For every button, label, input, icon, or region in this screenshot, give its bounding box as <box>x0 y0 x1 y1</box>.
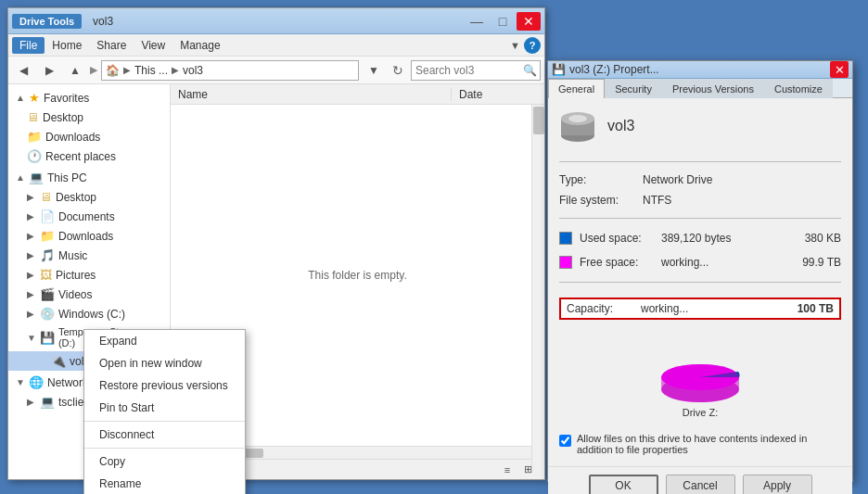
minimize-button[interactable]: — <box>465 12 489 31</box>
context-menu: Expand Open in new window Restore previo… <box>83 329 246 494</box>
folder-icon: 🕐 <box>27 149 42 163</box>
svg-point-3 <box>568 115 587 122</box>
sidebar-item-documents[interactable]: ▶ 📄 Documents <box>8 207 170 226</box>
list-view-button[interactable]: ≡ <box>498 462 517 478</box>
ctx-separator-2 <box>84 448 245 449</box>
free-label: Free space: <box>580 256 654 269</box>
sidebar-item-downloads[interactable]: 📁 Downloads <box>8 127 170 146</box>
checkbox-label: Allow files on this drive to have conten… <box>577 433 841 455</box>
sidebar-favorites-header[interactable]: ▲ ★ Favorites <box>8 88 170 108</box>
drive-icon: 💿 <box>40 307 55 321</box>
window-controls: — □ ✕ <box>465 12 541 31</box>
drive-name: vol3 <box>607 118 634 134</box>
column-header: Name Date <box>171 84 544 105</box>
ctx-expand[interactable]: Expand <box>84 330 245 352</box>
sidebar-item-videos[interactable]: ▶ 🎬 Videos <box>8 285 170 304</box>
up-button[interactable]: ▲ <box>64 60 86 81</box>
search-icon: 🔍 <box>523 64 537 77</box>
menu-manage[interactable]: Manage <box>172 37 227 54</box>
tab-general[interactable]: General <box>548 79 605 98</box>
apply-button[interactable]: Apply <box>743 475 812 494</box>
close-button[interactable]: ✕ <box>517 12 541 31</box>
checkbox-row: Allow files on this drive to have conten… <box>559 433 841 455</box>
used-label: Used space: <box>580 232 654 245</box>
ctx-restore-versions[interactable]: Restore previous versions <box>84 374 245 397</box>
expand-icon: ▶ <box>27 270 36 280</box>
divider-1 <box>559 161 841 162</box>
sidebar-item-windows-c[interactable]: ▶ 💿 Windows (C:) <box>8 304 170 323</box>
ctx-open-new-window[interactable]: Open in new window <box>84 352 245 374</box>
used-bytes: 389,120 bytes <box>661 232 798 245</box>
capacity-bytes: working... <box>641 302 790 315</box>
menu-view[interactable]: View <box>134 37 172 54</box>
tab-security[interactable]: Security <box>605 79 662 98</box>
ok-button[interactable]: OK <box>589 475 658 494</box>
menu-home[interactable]: Home <box>45 37 89 54</box>
refresh-button[interactable]: ↻ <box>389 61 407 80</box>
divider-3 <box>559 282 841 283</box>
capacity-size: 100 TB <box>798 302 834 315</box>
used-space-row: Used space: 389,120 bytes 380 KB <box>559 232 841 245</box>
menu-share[interactable]: Share <box>89 37 134 54</box>
expand-icon: ▶ <box>27 289 36 299</box>
props-title: vol3 (Z:) Propert... <box>569 63 659 76</box>
expand-icon: ▶ <box>27 231 36 241</box>
help-button[interactable]: ? <box>524 37 541 54</box>
scroll-bar-vertical[interactable] <box>531 105 544 466</box>
fs-label: File system: <box>559 194 643 207</box>
expand-icon: ▶ <box>27 250 36 260</box>
sidebar-item-desktop[interactable]: 🖥 Desktop <box>8 108 170 127</box>
address-path[interactable]: 🏠 ▶ This ... ▶ vol3 <box>101 60 359 81</box>
favorites-label: Favorites <box>44 92 89 105</box>
fs-value: NTFS <box>643 194 671 207</box>
folder-icon: 📁 <box>40 229 55 243</box>
ctx-disconnect[interactable]: Disconnect <box>84 424 245 446</box>
expand-icon: ▼ <box>16 377 25 387</box>
forward-button[interactable]: ▶ <box>38 60 60 81</box>
cancel-button[interactable]: Cancel <box>666 475 735 494</box>
props-content: vol3 Type: Network Drive File system: NT… <box>548 98 852 466</box>
sidebar-item-downloads2[interactable]: ▶ 📁 Downloads <box>8 226 170 246</box>
props-close-button[interactable]: ✕ <box>830 61 849 78</box>
divider-2 <box>559 218 841 219</box>
free-bytes: working... <box>661 256 795 269</box>
drive-icon: 💾 <box>40 331 55 345</box>
props-drive-icon: 💾 <box>552 63 566 76</box>
path-segment-vol3: vol3 <box>183 64 203 77</box>
network-icon: 🌐 <box>29 375 44 389</box>
address-dropdown[interactable]: ▼ <box>363 60 385 81</box>
sidebar-item-music[interactable]: ▶ 🎵 Music <box>8 246 170 265</box>
menu-file[interactable]: File <box>12 37 45 54</box>
maximize-button[interactable]: □ <box>491 12 515 31</box>
folder-icon: 🎵 <box>40 248 55 262</box>
address-bar: ◀ ▶ ▲ ▶ 🏠 ▶ This ... ▶ vol3 ▼ ↻ 🔍 <box>8 57 544 84</box>
props-title-text: 💾 vol3 (Z:) Propert... <box>552 63 659 76</box>
tab-customize[interactable]: Customize <box>764 79 833 98</box>
sidebar-item-pictures[interactable]: ▶ 🖼 Pictures <box>8 265 170 285</box>
expand-icon: ▶ <box>27 211 36 222</box>
folder-icon: 🎬 <box>40 287 55 301</box>
pie-chart <box>649 338 751 403</box>
title-bar-left: Drive Tools vol3 <box>12 14 113 29</box>
ctx-rename[interactable]: Rename <box>84 473 245 494</box>
path-segment-1: This ... <box>134 64 168 77</box>
used-color <box>559 232 572 245</box>
props-type-row: Type: Network Drive <box>559 173 841 186</box>
expand-icon: ▼ <box>27 333 36 343</box>
scroll-thumb[interactable] <box>533 107 544 134</box>
drive-tools-label: Drive Tools <box>12 14 82 29</box>
ctx-pin-start[interactable]: Pin to Start <box>84 397 245 419</box>
favorites-icon: ★ <box>29 91 40 105</box>
free-space-row: Free space: working... 99.9 TB <box>559 256 841 269</box>
sidebar-item-recent[interactable]: 🕐 Recent places <box>8 146 170 166</box>
tab-previous-versions[interactable]: Previous Versions <box>662 79 764 98</box>
ctx-copy[interactable]: Copy <box>84 450 245 473</box>
index-checkbox[interactable] <box>559 435 571 447</box>
back-button[interactable]: ◀ <box>12 60 34 81</box>
props-header: vol3 <box>559 109 841 143</box>
free-color <box>559 256 572 269</box>
sidebar-thispc-header[interactable]: ▲ 💻 This PC <box>8 168 170 187</box>
sidebar-item-desktop2[interactable]: ▶ 🖥 Desktop <box>8 187 170 207</box>
search-input[interactable] <box>411 60 541 81</box>
pie-label: Drive Z: <box>683 407 719 418</box>
